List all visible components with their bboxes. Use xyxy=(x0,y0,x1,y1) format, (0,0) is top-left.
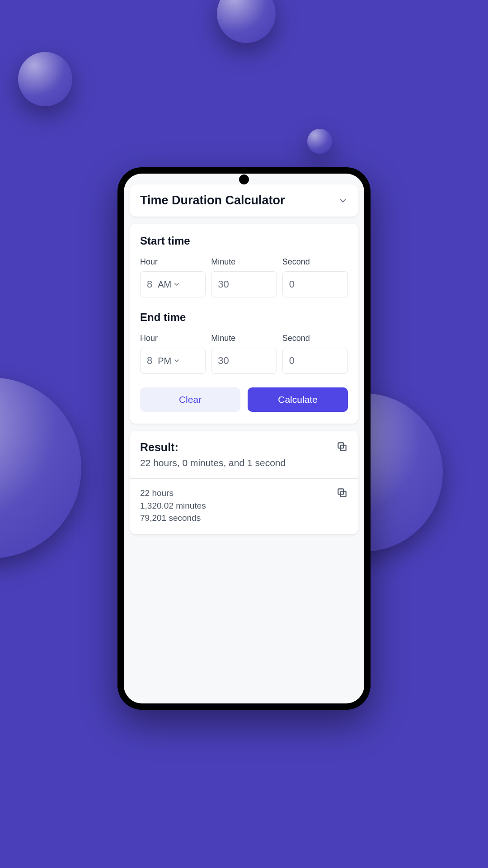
result-breakdown: 22 hours 1,320.02 minutes 79,201 seconds xyxy=(140,479,348,534)
start-minute-field: Minute 30 xyxy=(211,257,277,297)
app-screen: Time Duration Calculator Start time Hour… xyxy=(124,174,364,703)
field-label-second: Second xyxy=(282,257,348,267)
start-second-field: Second 0 xyxy=(282,257,348,297)
copy-icon[interactable] xyxy=(336,441,348,453)
decorative-sphere xyxy=(18,52,72,106)
button-row: Clear Calculate xyxy=(140,387,348,412)
field-label-second: Second xyxy=(282,334,348,343)
time-form: Start time Hour 8 AM Minu xyxy=(130,224,358,424)
result-header: Result: 22 hours, 0 minutes, and 1 secon… xyxy=(140,441,348,478)
chevron-down-icon xyxy=(173,281,180,288)
start-hour-input[interactable]: 8 AM xyxy=(140,271,206,297)
end-hour-field: Hour 8 PM xyxy=(140,334,206,374)
chevron-down-icon xyxy=(173,357,180,364)
end-ampm-value: PM xyxy=(158,356,171,366)
calculator-selector-label: Time Duration Calculator xyxy=(140,193,285,208)
breakdown-minutes: 1,320.02 minutes xyxy=(140,500,206,512)
result-summary: 22 hours, 0 minutes, and 1 second xyxy=(140,458,286,468)
field-label-hour: Hour xyxy=(140,257,206,267)
end-second-field: Second 0 xyxy=(282,334,348,374)
start-second-value: 0 xyxy=(289,278,295,290)
decorative-sphere xyxy=(0,377,81,558)
start-minute-value: 30 xyxy=(218,278,229,290)
end-time-heading: End time xyxy=(140,311,348,324)
end-minute-value: 30 xyxy=(218,355,229,367)
start-minute-input[interactable]: 30 xyxy=(211,271,277,297)
start-hour-field: Hour 8 AM xyxy=(140,257,206,297)
copy-icon[interactable] xyxy=(336,487,348,499)
start-second-input[interactable]: 0 xyxy=(282,271,348,297)
end-second-input[interactable]: 0 xyxy=(282,348,348,374)
end-hour-input[interactable]: 8 PM xyxy=(140,348,206,374)
end-time-row: Hour 8 PM Minute 30 xyxy=(140,334,348,374)
start-hour-value: 8 xyxy=(147,278,152,290)
field-label-minute: Minute xyxy=(211,334,277,343)
phone-mockup: Time Duration Calculator Start time Hour… xyxy=(117,167,371,710)
breakdown-lines: 22 hours 1,320.02 minutes 79,201 seconds xyxy=(140,487,206,524)
end-ampm-selector[interactable]: PM xyxy=(158,356,180,366)
calculator-selector[interactable]: Time Duration Calculator xyxy=(130,184,358,217)
phone-camera xyxy=(239,175,249,184)
start-ampm-selector[interactable]: AM xyxy=(158,279,180,290)
end-minute-input[interactable]: 30 xyxy=(211,348,277,374)
start-time-heading: Start time xyxy=(140,235,348,247)
calculate-button[interactable]: Calculate xyxy=(248,387,348,412)
breakdown-hours: 22 hours xyxy=(140,487,206,500)
breakdown-seconds: 79,201 seconds xyxy=(140,512,206,524)
result-card: Result: 22 hours, 0 minutes, and 1 secon… xyxy=(130,431,358,534)
decorative-sphere xyxy=(217,0,276,43)
clear-button[interactable]: Clear xyxy=(140,387,240,412)
chevron-down-icon xyxy=(338,196,348,206)
field-label-minute: Minute xyxy=(211,257,277,267)
result-title: Result: xyxy=(140,441,286,454)
end-hour-value: 8 xyxy=(147,355,152,367)
end-second-value: 0 xyxy=(289,355,295,367)
field-label-hour: Hour xyxy=(140,334,206,343)
start-ampm-value: AM xyxy=(158,279,171,290)
start-time-row: Hour 8 AM Minute 30 xyxy=(140,257,348,297)
end-minute-field: Minute 30 xyxy=(211,334,277,374)
decorative-sphere xyxy=(307,129,332,154)
